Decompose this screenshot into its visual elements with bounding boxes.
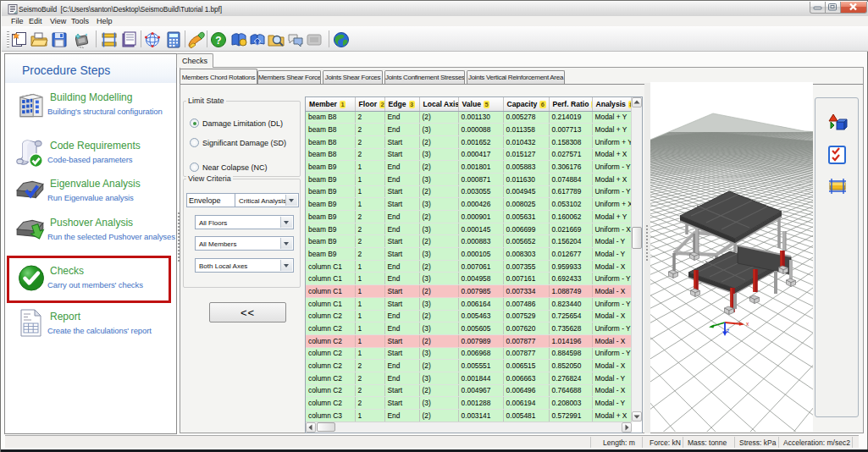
svg-text:z: z xyxy=(727,328,729,333)
svg-text:?: ? xyxy=(215,35,221,47)
